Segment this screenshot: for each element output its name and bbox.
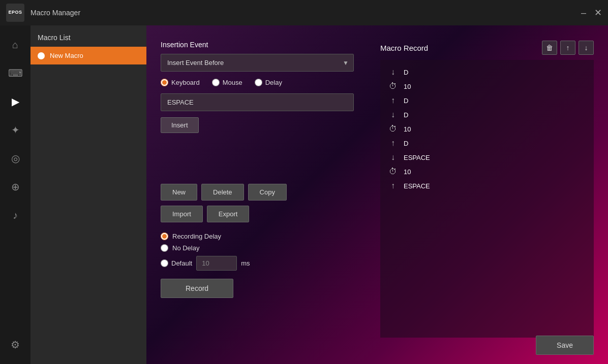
minimize-button[interactable]: –: [581, 8, 586, 17]
delay-icon: ⏱: [387, 124, 399, 134]
recording-delay-radio-label[interactable]: Recording Delay: [161, 233, 221, 240]
app-title: Macro Manager: [31, 9, 581, 17]
macro-record-item: ⏱ 10: [387, 164, 587, 179]
terminal-icon[interactable]: ▶: [4, 90, 26, 113]
move-up-button[interactable]: ↑: [560, 41, 575, 55]
macro-record-item: ↓ D: [387, 65, 587, 79]
macro-record-list[interactable]: ↓ D ⏱ 10 ↑ D ↓ D ⏱ 10: [380, 60, 594, 338]
macro-record-item: ↑ ESPACE: [387, 179, 587, 193]
ms-input[interactable]: [196, 256, 237, 271]
title-bar: EPOS Macro Manager – ✕: [0, 0, 608, 25]
key-up-icon: ↑: [387, 96, 399, 105]
macro-record-item: ↑ D: [387, 93, 587, 108]
insert-button[interactable]: Insert: [161, 117, 199, 133]
settings-icon[interactable]: ⚙: [4, 334, 26, 356]
macro-record-item: ↓ ESPACE: [387, 150, 587, 164]
macro-list-header: Macro List: [31, 25, 146, 47]
delay-radio[interactable]: [255, 79, 262, 86]
new-button[interactable]: New: [161, 184, 197, 201]
no-delay-text: No Delay: [172, 244, 199, 252]
main-content: Insertion Event Insert Event Before Inse…: [146, 25, 608, 364]
macro-record-value: ESPACE: [404, 154, 430, 161]
macro-record-title: Macro Record: [380, 44, 428, 52]
default-delay-radio[interactable]: [161, 259, 168, 267]
no-delay-radio-label[interactable]: No Delay: [161, 244, 199, 252]
record-button[interactable]: Record: [161, 279, 233, 298]
logo-text: EPOS: [8, 10, 22, 15]
import-button[interactable]: Import: [161, 206, 203, 222]
macro-item-dot: [38, 52, 45, 59]
macro-record-item: ↓ D: [387, 108, 587, 122]
macro-record-item: ⏱ 10: [387, 79, 587, 93]
macro-record-controls: 🗑 ↑ ↓: [542, 41, 594, 55]
macro-item-label: New Macro: [50, 52, 83, 59]
macro-record-value: 10: [404, 125, 411, 133]
globe-icon[interactable]: ⊕: [4, 176, 26, 198]
window-controls: – ✕: [581, 8, 602, 17]
key-down-icon: ↓: [387, 68, 399, 77]
delete-event-button[interactable]: 🗑: [542, 41, 557, 55]
key-down-icon: ↓: [387, 110, 399, 119]
keyboard-icon[interactable]: ⌨: [4, 62, 26, 84]
macro-record-item: ⏱ 10: [387, 122, 587, 136]
recording-delay-text: Recording Delay: [172, 233, 221, 240]
bulb-icon[interactable]: ✦: [4, 119, 26, 141]
delay-radio-label[interactable]: Delay: [255, 79, 282, 86]
macro-record-header: Macro Record 🗑 ↑ ↓: [380, 41, 594, 55]
key-down-icon: ↓: [387, 153, 399, 162]
recording-delay-radio[interactable]: [161, 233, 168, 240]
key-up-icon: ↑: [387, 139, 399, 148]
keyboard-radio[interactable]: [161, 79, 168, 86]
macro-record-value: D: [404, 69, 408, 76]
macro-list-item[interactable]: New Macro: [31, 47, 146, 64]
delay-icon: ⏱: [387, 167, 399, 176]
macro-record-value: D: [404, 111, 408, 119]
mouse-radio[interactable]: [212, 79, 220, 86]
export-button[interactable]: Export: [207, 206, 250, 222]
insertion-event-dropdown[interactable]: Insert Event Before Insert Event After: [161, 54, 354, 72]
macro-record-panel: Macro Record 🗑 ↑ ↓ ↓ D ⏱ 10 ↑ D: [380, 41, 594, 339]
no-delay-radio[interactable]: [161, 244, 168, 252]
macro-list-panel: Macro List New Macro: [31, 25, 146, 364]
close-button[interactable]: ✕: [594, 8, 602, 17]
macro-record-item: ↑ D: [387, 136, 587, 150]
macro-record-value: ESPACE: [404, 182, 430, 190]
macro-record-value: 10: [404, 83, 411, 90]
mouse-radio-text: Mouse: [223, 79, 242, 86]
macro-record-value: D: [404, 97, 408, 105]
keyboard-radio-text: Keyboard: [171, 79, 200, 86]
default-delay-radio-label[interactable]: Default: [161, 259, 192, 267]
sidebar-icons: ⌂ ⌨ ▶ ✦ ◎ ⊕ ♪ ⚙: [0, 25, 31, 364]
move-down-button[interactable]: ↓: [579, 41, 594, 55]
delete-button[interactable]: Delete: [201, 184, 244, 201]
macro-record-value: D: [404, 140, 408, 147]
save-button[interactable]: Save: [536, 336, 594, 355]
key-up-icon: ↑: [387, 181, 399, 190]
music-icon[interactable]: ♪: [4, 204, 26, 226]
app-logo: EPOS: [6, 4, 24, 22]
dropdown-wrapper: Insert Event Before Insert Event After ▼: [161, 54, 354, 72]
keyboard-radio-label[interactable]: Keyboard: [161, 79, 200, 86]
mouse-radio-label[interactable]: Mouse: [212, 79, 242, 86]
copy-button[interactable]: Copy: [248, 184, 287, 201]
target-icon[interactable]: ◎: [4, 147, 26, 170]
default-delay-text: Default: [171, 259, 192, 267]
macro-record-value: 10: [404, 168, 411, 176]
ms-label: ms: [241, 259, 250, 267]
key-input[interactable]: [161, 93, 354, 111]
home-icon[interactable]: ⌂: [4, 34, 26, 56]
delay-radio-text: Delay: [265, 79, 282, 86]
delay-icon: ⏱: [387, 82, 399, 91]
